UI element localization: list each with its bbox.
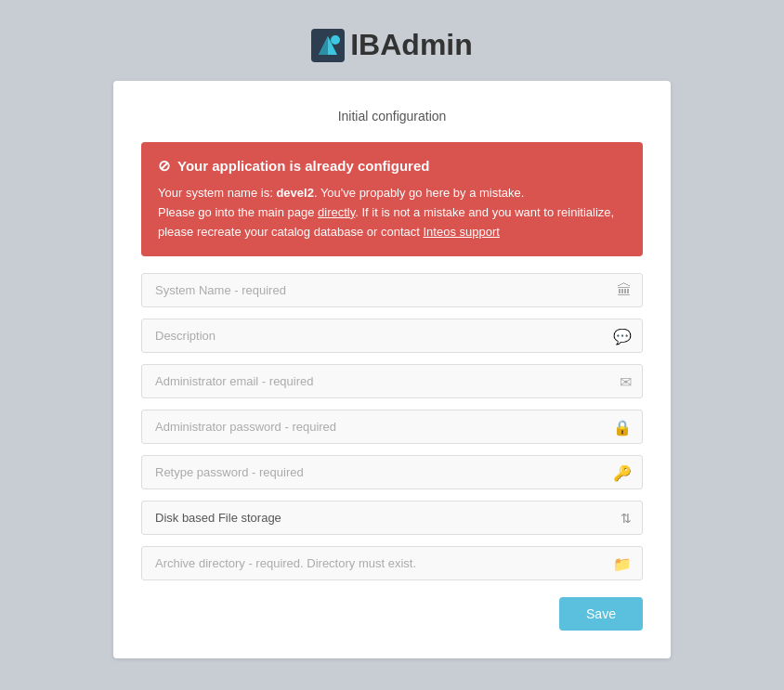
alert-title: Your application is already configured (177, 158, 429, 174)
storage-select-group: Disk based File storage ⇅ (141, 501, 643, 535)
alert-line2-prefix: Please go into the main page (158, 205, 318, 219)
admin-email-group: ✉ (141, 364, 643, 398)
alert-box: ⊘ Your application is already configured… (141, 142, 643, 256)
admin-password-input[interactable] (141, 410, 643, 444)
config-card: Initial configuration ⊘ Your application… (113, 81, 671, 658)
storage-select[interactable]: Disk based File storage (141, 501, 643, 535)
app-logo-icon (311, 29, 345, 62)
admin-password-group: 🔒 (141, 410, 643, 444)
system-name-group: 🏛 (141, 273, 643, 307)
card-subtitle: Initial configuration (141, 109, 643, 124)
description-input[interactable] (141, 319, 643, 353)
retype-password-group: 🔑 (141, 455, 643, 489)
app-title: IBAdmin (350, 28, 473, 62)
alert-line1-prefix: Your system name is: (158, 186, 276, 200)
save-button[interactable]: Save (559, 597, 643, 631)
alert-ban-icon: ⊘ (158, 157, 170, 175)
archive-dir-input[interactable] (141, 546, 643, 580)
alert-line2-mid: . If it is not a mistake and you want to… (355, 205, 614, 219)
retype-password-input[interactable] (141, 455, 643, 489)
description-group: 💬 (141, 319, 643, 353)
alert-body: Your system name is: devel2. You've prop… (158, 184, 626, 241)
system-name-input[interactable] (141, 273, 643, 307)
archive-dir-group: 📁 (141, 546, 643, 580)
alert-line3: please recreate your catalog database or… (158, 225, 423, 239)
alert-system-name: devel2 (276, 186, 313, 200)
support-link[interactable]: Inteos support (423, 225, 499, 239)
alert-header: ⊘ Your application is already configured (158, 157, 626, 175)
directly-link[interactable]: directly (318, 205, 355, 219)
admin-email-input[interactable] (141, 364, 643, 398)
svg-point-3 (331, 35, 340, 45)
alert-line1-suffix: . You've propably go here by a mistake. (314, 186, 525, 200)
app-header: IBAdmin (311, 28, 473, 62)
